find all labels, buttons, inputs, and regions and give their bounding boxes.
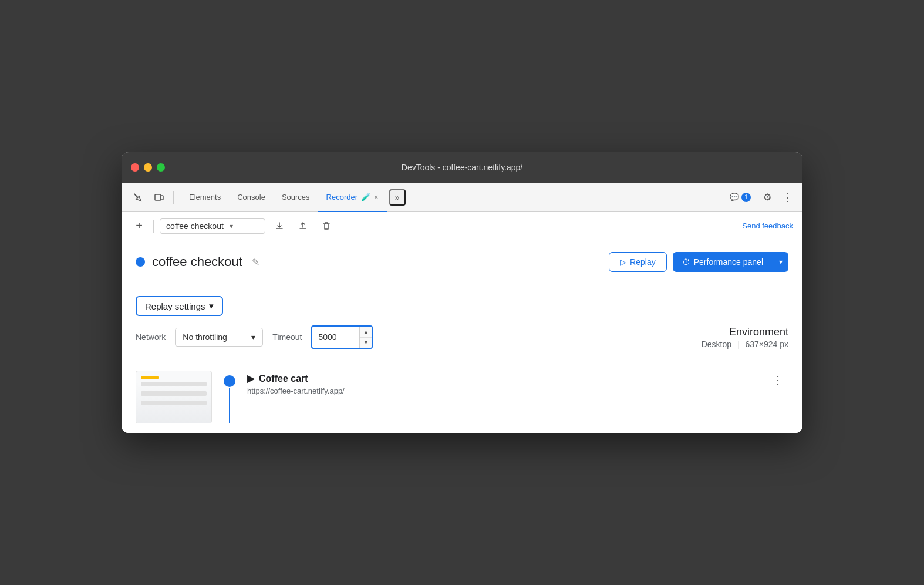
recording-selector[interactable]: coffee checkout ▾	[160, 218, 265, 234]
step-title: ▶ Coffee cart	[247, 373, 756, 384]
recording-title: coffee checkout	[152, 254, 242, 270]
replay-settings-toggle[interactable]: Replay settings ▾	[136, 296, 223, 316]
timeout-increment[interactable]: ▲	[360, 327, 372, 337]
close-recorder-tab[interactable]: ×	[374, 193, 379, 201]
device-toolbar-icon[interactable]	[150, 188, 168, 207]
steps-section: ▶ Coffee cart https://coffee-cart.netlif…	[122, 361, 802, 433]
secondary-toolbar: + coffee checkout ▾ Send feedback	[122, 212, 802, 240]
toolbar-divider-2	[153, 220, 154, 233]
environment-info: Environment Desktop | 637×924 px	[702, 326, 788, 349]
environment-value: Desktop | 637×924 px	[702, 339, 788, 349]
step-info: ▶ Coffee cart https://coffee-cart.netlif…	[247, 371, 756, 395]
more-options-button[interactable]: ⋮	[779, 189, 795, 206]
step-dot	[224, 375, 235, 387]
titlebar: DevTools - coffee-cart.netlify.app/	[122, 152, 802, 183]
tab-console[interactable]: Console	[229, 183, 274, 212]
chevron-down-icon: ▾	[230, 222, 233, 230]
settings-header: Replay settings ▾	[136, 296, 788, 316]
timeout-input[interactable]	[312, 328, 359, 346]
timeout-decrement[interactable]: ▼	[360, 337, 372, 348]
devtools-window: DevTools - coffee-cart.netlify.app/ Elem…	[122, 152, 802, 433]
maximize-button[interactable]	[157, 163, 165, 172]
chevron-down-icon: ▾	[209, 301, 214, 311]
step-expand-icon[interactable]: ▶	[247, 373, 254, 384]
window-title: DevTools - coffee-cart.netlify.app/	[402, 163, 522, 172]
recording-status-dot	[136, 257, 145, 267]
environment-label: Environment	[702, 326, 788, 338]
delete-button[interactable]	[317, 217, 336, 236]
performance-panel-dropdown[interactable]: ▾	[773, 252, 788, 272]
network-select[interactable]: No throttling ▾	[175, 328, 263, 347]
toolbar-divider-1	[173, 191, 174, 204]
tab-recorder[interactable]: Recorder 🧪 ×	[318, 183, 387, 212]
play-icon: ▷	[620, 257, 626, 267]
send-feedback-link[interactable]: Send feedback	[742, 221, 793, 230]
chat-badge: 1	[741, 193, 751, 202]
chat-icon: 💬	[730, 193, 739, 201]
network-label: Network	[136, 332, 166, 342]
recording-name: coffee checkout	[166, 221, 224, 231]
more-tabs-button[interactable]: »	[389, 189, 406, 206]
toolbar-tabs: Elements Console Sources Recorder 🧪 ×	[181, 183, 387, 211]
tab-sources[interactable]: Sources	[274, 183, 318, 212]
minimize-button[interactable]	[144, 163, 152, 172]
recording-header: coffee checkout ✎ ▷ Replay ⏱ Performance…	[122, 240, 802, 284]
chat-button[interactable]: 💬 1	[725, 190, 756, 204]
step-connector	[224, 371, 235, 423]
main-content: coffee checkout ✎ ▷ Replay ⏱ Performance…	[122, 240, 802, 433]
tab-elements[interactable]: Elements	[181, 183, 229, 212]
timeout-spinners: ▲ ▼	[359, 327, 372, 348]
edit-title-icon[interactable]: ✎	[252, 257, 259, 268]
performance-icon: ⏱	[682, 257, 690, 267]
export-button[interactable]	[270, 217, 289, 236]
step-thumbnail	[136, 371, 212, 423]
step-url: https://coffee-cart.netlify.app/	[247, 386, 756, 395]
network-chevron-icon: ▾	[251, 332, 255, 342]
main-toolbar: Elements Console Sources Recorder 🧪 × » …	[122, 183, 802, 212]
close-button[interactable]	[131, 163, 139, 172]
step-line	[229, 388, 230, 423]
step-more-options[interactable]: ⋮	[767, 371, 788, 389]
performance-panel-button[interactable]: ⏱ Performance panel	[673, 252, 773, 272]
inspect-icon[interactable]	[129, 188, 147, 207]
toolbar-right: 💬 1 ⚙ ⋮	[725, 189, 795, 206]
traffic-lights	[131, 163, 165, 172]
settings-button[interactable]: ⚙	[759, 189, 775, 206]
timeout-label: Timeout	[272, 332, 302, 342]
replay-button[interactable]: ▷ Replay	[609, 252, 667, 272]
import-button[interactable]	[294, 217, 312, 236]
settings-controls: Network No throttling ▾ Timeout ▲ ▼ Envi…	[136, 325, 788, 349]
svg-rect-1	[160, 196, 163, 200]
performance-btn-group: ⏱ Performance panel ▾	[673, 252, 788, 272]
settings-section: Replay settings ▾ Network No throttling …	[122, 284, 802, 361]
timeout-input-wrap: ▲ ▼	[311, 325, 373, 349]
add-recording-button[interactable]: +	[131, 218, 147, 234]
header-actions: ▷ Replay ⏱ Performance panel ▾	[609, 252, 788, 272]
